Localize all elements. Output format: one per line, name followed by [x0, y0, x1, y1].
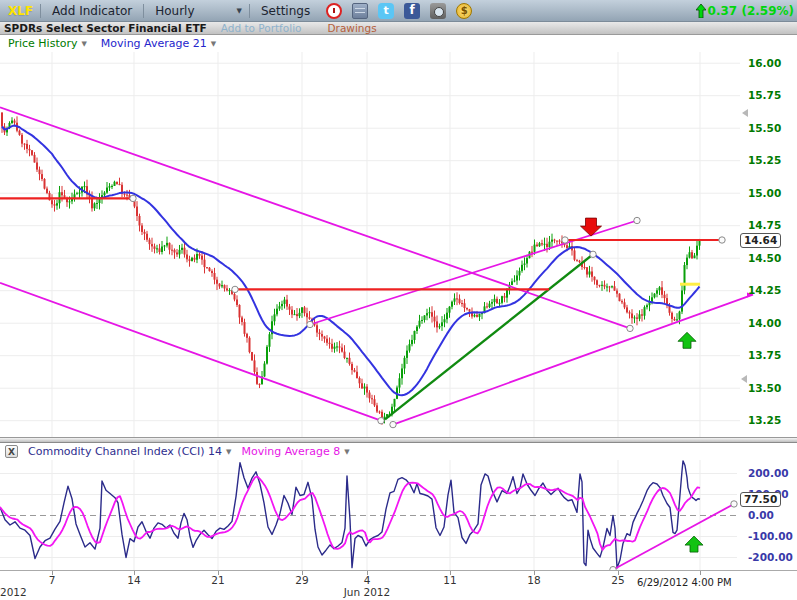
endpoint-handle — [378, 418, 384, 424]
axis-handle-icon[interactable] — [741, 375, 747, 383]
price-history-dropdown[interactable]: Price History — [8, 37, 77, 50]
chevron-down-icon[interactable]: ▼ — [81, 40, 86, 48]
last-cci-label: 77.50 — [740, 492, 781, 507]
price-tick-label: 15.50 — [748, 122, 781, 134]
cci-chart[interactable]: 200.00100.000.00-100.00-200.00 — [0, 460, 797, 570]
chevron-down-icon[interactable]: ▼ — [211, 40, 216, 48]
coins-icon[interactable]: $ — [456, 3, 472, 19]
price-tick-label: 14.50 — [748, 252, 781, 264]
price-tick-label: 15.00 — [748, 187, 781, 199]
axis-handle-icon[interactable] — [742, 109, 748, 117]
twitter-icon[interactable]: t — [378, 3, 394, 19]
price-tick-label: 14.00 — [748, 317, 781, 329]
price-tick-label: 14.25 — [748, 284, 781, 296]
date-tick-label: 29 — [295, 574, 308, 586]
change-text: 0.37 (2.59%) — [708, 4, 794, 18]
security-bar: SPDRs Select Sector Financial ETF Add to… — [0, 22, 797, 35]
buy-signal-arrow — [678, 332, 696, 348]
price-tick-label: 15.75 — [748, 89, 781, 101]
database-icon[interactable] — [352, 3, 368, 19]
chevron-down-icon[interactable]: ▼ — [226, 448, 231, 456]
add-indicator-button[interactable]: Add Indicator — [48, 4, 136, 18]
toolbar-separator — [40, 4, 41, 18]
security-name: SPDRs Select Sector Financial ETF — [4, 22, 207, 34]
moving-average-8-dropdown[interactable]: Moving Average 8 — [241, 445, 340, 458]
price-tick-label: 13.75 — [748, 349, 781, 361]
toolbar-separator — [143, 4, 144, 18]
cci-tick-label: -200.00 — [748, 551, 793, 563]
endpoint-handle — [627, 325, 633, 331]
cci-tick-label: 0.00 — [748, 509, 774, 521]
year-label: 2012 — [0, 586, 27, 598]
candles-layer — [1, 112, 701, 425]
add-to-portfolio-link[interactable]: Add to Portfolio — [221, 22, 302, 34]
cci-tick-label: 200.00 — [748, 467, 789, 479]
price-panel-header: Price History ▼ Moving Average 21 ▼ — [0, 35, 797, 52]
month-label: Jun 2012 — [344, 586, 390, 598]
endpoint-handle — [719, 237, 725, 243]
main-toolbar: XLF Add Indicator Hourly ▼ Settings t f … — [0, 0, 797, 22]
trading-app-window: XLF Add Indicator Hourly ▼ Settings t f … — [0, 0, 797, 600]
price-tick-label: 14.75 — [748, 219, 781, 231]
date-tick-label: 7 — [49, 574, 56, 586]
cci-indicator-dropdown[interactable]: Commodity Channel Index (CCI) 14 — [28, 445, 222, 458]
endpoint-handle — [307, 321, 313, 327]
endpoint-handle — [731, 501, 737, 507]
price-grid — [0, 52, 740, 437]
price-tick-label: 15.25 — [748, 154, 781, 166]
price-tick-label: 16.00 — [748, 57, 781, 69]
toolbar-icon-group: t f $ — [326, 3, 472, 19]
camera-icon[interactable] — [430, 3, 446, 19]
descending-channel-upper — [0, 107, 630, 328]
moving-average-21-dropdown[interactable]: Moving Average 21 — [101, 37, 207, 50]
chevron-down-icon[interactable]: ▼ — [344, 448, 349, 456]
date-tick-label: 18 — [527, 574, 540, 586]
toolbar-separator — [249, 4, 250, 18]
facebook-icon[interactable]: f — [404, 3, 420, 19]
date-tick-label: 14 — [127, 574, 140, 586]
price-tick-label: 13.50 — [748, 382, 781, 394]
date-tick-label: 11 — [443, 574, 456, 586]
timeframe-dropdown[interactable]: Hourly — [151, 4, 198, 18]
cci-panel-header: X Commodity Channel Index (CCI) 14 ▼ Mov… — [0, 443, 797, 460]
date-tick-label: 4 — [364, 574, 371, 586]
cursor-timestamp: 6/29/2012 4:00 PM — [637, 577, 732, 588]
settings-button[interactable]: Settings — [257, 4, 314, 18]
endpoint-handle — [590, 251, 596, 257]
cci-tick-label: -100.00 — [748, 530, 793, 542]
descending-channel-lower — [0, 283, 381, 421]
ma21-line — [2, 126, 700, 396]
endpoint-handle — [390, 421, 396, 427]
ticker-symbol[interactable]: XLF — [8, 4, 33, 18]
up-arrow-icon — [696, 4, 706, 18]
last-price-label: 14.64 — [740, 233, 781, 248]
date-tick-label: 21 — [211, 574, 224, 586]
endpoint-handle — [130, 195, 136, 201]
x-tick-mark — [700, 571, 701, 575]
drawings-menu[interactable]: Drawings — [327, 22, 376, 34]
quote-change: 0.37 (2.59%) — [696, 4, 794, 18]
price-chart[interactable]: 16.0015.7515.5015.2515.0014.7514.5014.25… — [0, 52, 797, 437]
alarm-clock-icon[interactable] — [326, 3, 342, 19]
endpoint-handle — [634, 217, 640, 223]
close-icon[interactable]: X — [5, 445, 18, 458]
cci-line — [0, 461, 700, 568]
date-tick-label: 25 — [611, 574, 624, 586]
time-axis: 2012 Jun 2012 6/29/2012 4:00 PM 71421294… — [0, 570, 797, 600]
endpoint-handle — [232, 286, 238, 292]
price-tick-label: 13.25 — [748, 414, 781, 426]
chevron-down-icon[interactable]: ▼ — [237, 7, 242, 15]
endpoint-handle — [562, 237, 568, 243]
